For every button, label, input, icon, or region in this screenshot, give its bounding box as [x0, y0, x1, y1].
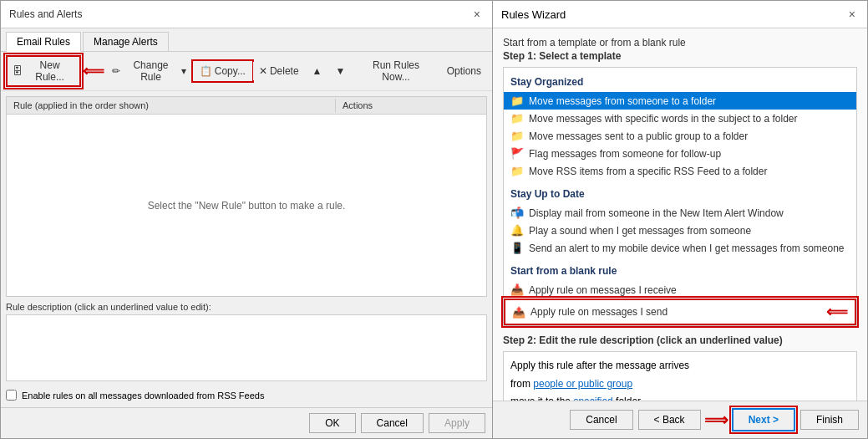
rules-table: Rule (applied in the order shown) Action…: [6, 96, 487, 297]
move-down-button[interactable]: ▼: [329, 62, 351, 80]
arrow-annotation-next: ⟹: [704, 410, 728, 430]
wizard-title: Rules Wizard: [501, 8, 566, 21]
wizard-step1-label: Step 1: Select a template: [503, 50, 857, 62]
delete-icon: ✕: [259, 65, 267, 77]
folder-icon-2: 📁: [510, 112, 524, 125]
back-button[interactable]: < Back: [638, 410, 701, 430]
new-rule-label: New Rule...: [25, 59, 74, 83]
sound-icon: 🔔: [510, 224, 524, 237]
template-apply-receive[interactable]: 📥 Apply rule on messages I receive: [504, 281, 856, 299]
step2-line2-prefix: from: [510, 378, 533, 390]
mobile-icon: 📱: [510, 242, 524, 254]
cancel-button-left[interactable]: Cancel: [361, 413, 424, 433]
apply-button[interactable]: Apply: [429, 413, 485, 433]
section-stay-organized: Stay Organized: [504, 74, 856, 89]
template-flag-followup[interactable]: 🚩 Flag messages from someone for follow-…: [504, 145, 856, 162]
left-titlebar: Rules and Alerts ×: [1, 1, 492, 28]
wizard-cancel-button[interactable]: Cancel: [570, 410, 632, 430]
send-icon: 📤: [512, 306, 525, 319]
options-button[interactable]: Options: [441, 62, 487, 80]
down-icon: ▼: [335, 65, 345, 77]
next-button[interactable]: Next >: [732, 408, 795, 431]
rule-desc-box: [6, 314, 487, 381]
rule-description-section: Rule description (click an underlined va…: [6, 302, 487, 381]
run-rules-label: Run Rules Now...: [358, 59, 433, 83]
change-rule-button[interactable]: ✏ Change Rule ▾: [106, 56, 192, 86]
template-label-9: Apply rule on messages I receive: [529, 284, 677, 296]
step2-section: Step 2: Edit the rule description (click…: [503, 334, 857, 401]
tab-email-rules[interactable]: Email Rules: [6, 32, 81, 52]
step2-description-box: Apply this rule after the message arrive…: [503, 351, 857, 401]
up-icon: ▲: [312, 65, 322, 77]
receive-icon: 📥: [510, 283, 524, 296]
left-bottom-buttons: OK Cancel Apply: [1, 407, 492, 438]
arrow-annotation-send: ⟸: [826, 303, 848, 321]
move-up-button[interactable]: ▲: [307, 62, 328, 80]
left-title: Rules and Alerts: [9, 8, 82, 20]
tab-manage-alerts[interactable]: Manage Alerts: [83, 32, 169, 51]
template-label-10: Apply rule on messages I send: [530, 306, 667, 318]
template-move-public-group[interactable]: 📁 Move messages sent to a public group t…: [504, 127, 856, 145]
step2-link-people[interactable]: people or public group: [533, 378, 632, 390]
section-stay-uptodate: Stay Up to Date: [504, 186, 856, 202]
rss-label: Enable rules on all messages downloaded …: [22, 391, 264, 401]
template-move-subject-words[interactable]: 📁 Move messages with specific words in t…: [504, 110, 856, 127]
next-label: Next >: [749, 414, 779, 426]
finish-button[interactable]: Finish: [800, 410, 859, 430]
copy-label: Copy...: [215, 65, 246, 77]
template-play-sound[interactable]: 🔔 Play a sound when I get messages from …: [504, 222, 856, 239]
change-rule-icon: ✏: [112, 65, 120, 77]
arrow-annotation-1: ⟸: [83, 62, 104, 80]
template-mobile-alert[interactable]: 📱 Send an alert to my mobile device when…: [504, 239, 856, 257]
ok-button[interactable]: OK: [309, 413, 355, 433]
wizard-intro: Start from a template or from a blank ru…: [503, 37, 857, 48]
template-rss-feed[interactable]: 📁 Move RSS items from a specific RSS Fee…: [504, 162, 856, 180]
options-label: Options: [447, 65, 481, 77]
folder-icon-1: 📁: [510, 94, 524, 107]
folder-icon-5: 📁: [510, 165, 524, 177]
new-rule-button[interactable]: 🗄 New Rule...: [6, 55, 81, 87]
template-display-alert-window[interactable]: 📬 Display mail from someone in the New I…: [504, 204, 856, 222]
template-label-8: Send an alert to my mobile device when I…: [529, 242, 845, 254]
rss-row: Enable rules on all messages downloaded …: [1, 386, 492, 407]
copy-button[interactable]: 📋 Copy...: [194, 62, 251, 80]
template-move-someone-to-folder[interactable]: 📁 Move messages from someone to a folder: [504, 92, 856, 110]
rules-alerts-dialog: Rules and Alerts × Email Rules Manage Al…: [0, 0, 493, 439]
template-label-5: Move RSS items from a specific RSS Feed …: [529, 166, 767, 177]
empty-message: Select the "New Rule" button to make a r…: [148, 200, 346, 212]
new-rule-icon: 🗄: [13, 65, 23, 77]
wizard-close-button[interactable]: ×: [845, 6, 859, 23]
step2-line1: Apply this rule after the message arrive…: [510, 360, 689, 371]
template-label-1: Move messages from someone to a folder: [529, 95, 716, 107]
rules-table-header: Rule (applied in the order shown) Action…: [7, 97, 486, 115]
section-blank-rule: Start from a blank rule: [504, 263, 856, 278]
copy-icon: 📋: [200, 65, 212, 77]
template-label-6: Display mail from someone in the New Ite…: [529, 207, 784, 219]
wizard-step2-label: Step 2: Edit the rule description (click…: [503, 334, 857, 346]
flag-icon: 🚩: [510, 147, 524, 160]
back-next-group: < Back ⟹ Next >: [638, 408, 795, 431]
change-rule-dropdown-icon: ▾: [181, 65, 186, 77]
wizard-footer: Cancel < Back ⟹ Next > Finish: [493, 401, 867, 438]
rss-checkbox[interactable]: [6, 390, 17, 401]
folder-icon-3: 📁: [510, 130, 524, 142]
template-label-4: Flag messages from someone for follow-up: [529, 148, 721, 160]
run-rules-button[interactable]: Run Rules Now...: [353, 56, 439, 86]
change-rule-label: Change Rule: [123, 59, 179, 83]
wizard-titlebar: Rules Wizard ×: [493, 1, 867, 28]
rules-table-empty: Select the "New Rule" button to make a r…: [7, 115, 486, 296]
rules-wizard-dialog: Rules Wizard × Start from a template or …: [493, 0, 868, 439]
back-label: < Back: [654, 414, 685, 426]
delete-button[interactable]: ✕ Delete: [253, 62, 305, 80]
alert-icon: 📬: [510, 207, 524, 219]
wizard-body: Start from a template or from a blank ru…: [493, 28, 867, 401]
left-close-button[interactable]: ×: [470, 6, 484, 23]
template-label-7: Play a sound when I get messages from so…: [529, 225, 751, 237]
template-list: Stay Organized 📁 Move messages from some…: [503, 67, 857, 326]
template-label-2: Move messages with specific words in the…: [529, 113, 797, 125]
col-actions-header: Actions: [336, 99, 486, 112]
delete-label: Delete: [270, 65, 299, 77]
rule-desc-label: Rule description (click an underlined va…: [6, 302, 487, 312]
template-apply-send[interactable]: 📤 Apply rule on messages I send ⟸: [504, 299, 856, 325]
tabs-bar: Email Rules Manage Alerts: [1, 28, 492, 52]
